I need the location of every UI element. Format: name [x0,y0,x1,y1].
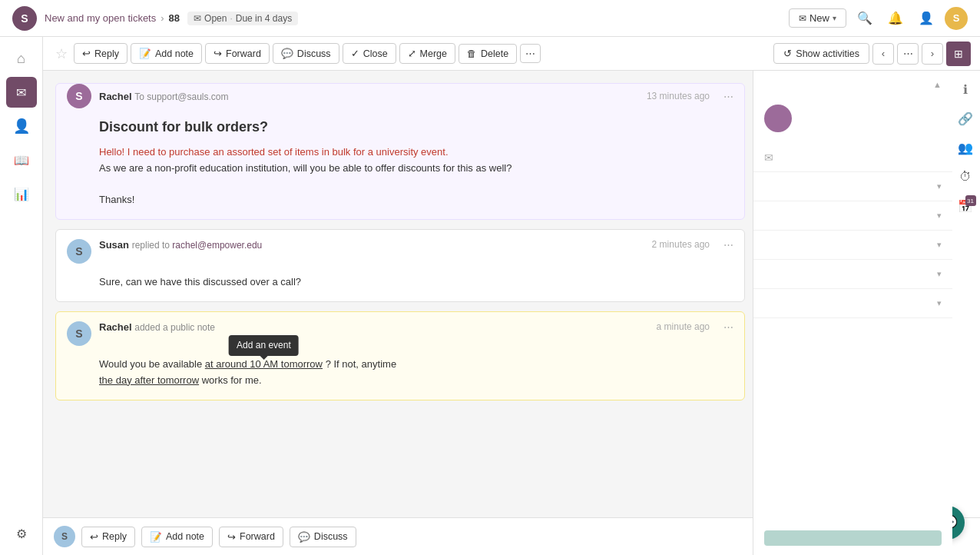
sidebar-item-settings[interactable]: ⚙ [6,518,37,549]
ticket-area: S Rachel To support@sauls.com 13 minutes… [43,71,757,517]
nav-more-button[interactable]: ⋯ [897,43,919,65]
sidebar-item-reports[interactable]: 📊 [6,178,37,209]
top-bar: S New and my open tickets › 88 ✉ Open · … [0,0,980,37]
message-body-2: Sure, can we have this discussed over a … [56,270,744,301]
status-badge: ✉ Open · Due in 4 days [187,12,298,25]
susan-avatar: S [67,239,91,264]
contact-details-chevron: ▲ [933,80,942,89]
merge-icon: ⤢ [408,48,416,59]
breadcrumb-label[interactable]: New and my open tickets [45,12,156,24]
calendar-badge: 31 [965,195,976,206]
prev-ticket-button[interactable]: ‹ [872,43,894,65]
link-panel-icon[interactable]: 🔗 [955,108,976,129]
message-body-3: Would you be available Add an event at a… [56,352,744,400]
new-button[interactable]: ✉ New ▾ [789,8,846,28]
search-button[interactable]: 🔍 [853,6,877,31]
user-avatar[interactable]: S [945,7,968,30]
message-more-3[interactable]: ⋯ [723,321,733,333]
sender-detail-1: To support@sauls.com [134,91,228,102]
public-note-card: S Rachel added a public note a minute ag… [55,311,745,400]
toolbar-right: ↺ Show activities ‹ ⋯ › ⊞ [773,42,971,66]
co-parent-child-chevron: ▾ [937,211,942,221]
susan-reply-card: S Susan replied to rachel@empower.edu 2 … [55,229,745,302]
reply-button[interactable]: ↩ Reply [74,43,127,64]
recent-ticket-icon: ✉ [764,151,773,164]
info-panel-icon[interactable]: ℹ [955,78,976,100]
rachel-avatar-note: S [67,321,91,346]
rachel-avatar-main: S [67,84,91,108]
co-linked-tickets-chevron: ▾ [937,181,942,191]
close-button[interactable]: ✓ Close [343,43,396,64]
recent-tickets-field: ✉ [753,145,952,171]
sidebar-item-knowledge[interactable]: 📖 [6,145,37,175]
delete-button[interactable]: 🗑 Delete [459,44,517,64]
star-button[interactable]: ☆ [52,42,71,65]
contact-details-section: ▲ ✉ [753,71,952,172]
message-meta-2: Susan replied to rachel@empower.edu [99,239,644,251]
merge-button[interactable]: ⤢ Merge [399,43,455,64]
left-sidebar: ⌂ ✉ 👤 📖 📊 ⚙ [0,37,43,555]
ticket-count: 88 [169,12,180,24]
co-time-logs-section: ▾ [753,231,952,260]
discuss-button[interactable]: 💬 Discuss [273,43,339,64]
link-at-around[interactable]: at around 10 AM tomorrow [205,358,323,370]
bottom-add-note-button[interactable]: 📝 Add note [141,527,213,547]
co-update-button[interactable] [764,530,942,546]
subject-header: S Rachel To support@sauls.com 13 minutes… [56,84,744,108]
body-line-3: Thanks! [99,194,134,205]
reply-icon: ↩ [82,48,91,59]
profile-button[interactable]: 👤 [914,6,939,31]
sidebar-item-home[interactable]: ⌂ [6,43,37,74]
contact-details-header[interactable]: ▲ [753,71,952,98]
more-actions-button[interactable]: ⋯ [520,44,541,63]
link-day-after[interactable]: the day after tomorrow [99,374,199,386]
co-todo-header[interactable]: ▾ [753,260,952,288]
sender-name-2: Susan [99,239,129,251]
co-google-calendar-chevron: ▾ [937,298,942,308]
far-right-panel: ℹ 🔗 👥 ⏱ 📅 31 [949,71,980,517]
message-meta-3: Rachel added a public note [99,321,649,333]
bottom-discuss-button[interactable]: 💬 Discuss [290,527,356,547]
sidebar-item-tickets[interactable]: ✉ [6,77,37,108]
co-google-calendar-header[interactable]: ▾ [753,289,952,317]
notifications-button[interactable]: 🔔 [883,6,908,31]
contact-avatar [764,105,792,132]
breadcrumb: New and my open tickets › 88 [45,12,180,24]
add-note-button[interactable]: 📝 Add note [131,43,202,64]
close-icon: ✓ [351,48,359,59]
bottom-discuss-icon: 💬 [298,531,310,543]
body-suffix-3: works for me. [202,374,262,386]
recent-ticket-item: ✉ [764,151,942,164]
message-more-1[interactable]: ⋯ [723,91,733,102]
co-time-logs-chevron: ▾ [937,240,942,250]
show-activities-button[interactable]: ↺ Show activities [773,43,869,64]
co-time-logs-header[interactable]: ▾ [753,231,952,259]
people-panel-icon[interactable]: 👥 [955,137,976,158]
contact-card [753,98,952,140]
bottom-forward-button[interactable]: ↪ Forward [219,527,283,547]
new-btn-chevron: ▾ [833,14,836,22]
message-header-2: S Susan replied to rachel@empower.edu 2 … [56,230,744,270]
forward-button[interactable]: ↪ Forward [205,43,270,64]
calendar-panel-icon[interactable]: 📅 31 [955,195,976,217]
delete-icon: 🗑 [467,48,477,59]
clock-panel-icon[interactable]: ⏱ [955,166,976,188]
co-linked-tickets-header[interactable]: ▾ [753,172,952,201]
highlight-text: Hello! I need to purchase an assorted se… [99,146,449,158]
bottom-note-icon: 📝 [150,531,162,543]
message-time-3: a minute ago [657,321,710,332]
sender-name-3: Rachel [99,321,132,333]
sidebar-item-contacts[interactable]: 👤 [6,111,37,141]
bottom-forward-icon: ↪ [227,531,236,543]
co-update-container [753,520,952,555]
next-ticket-button[interactable]: › [922,43,943,65]
breadcrumb-chevron: › [161,12,164,24]
action-toolbar: ☆ ↩ Reply 📝 Add note ↪ Forward 💬 Discuss… [43,37,980,71]
message-more-2[interactable]: ⋯ [723,239,733,251]
grid-view-button[interactable]: ⊞ [946,42,971,66]
bottom-reply-button[interactable]: ↩ Reply [81,527,135,547]
forward-icon: ↪ [214,48,222,59]
bottom-avatar: S [54,526,75,547]
body-mid-3: ? If not, anytime [326,358,397,370]
co-parent-child-header[interactable]: ▾ [753,201,952,230]
